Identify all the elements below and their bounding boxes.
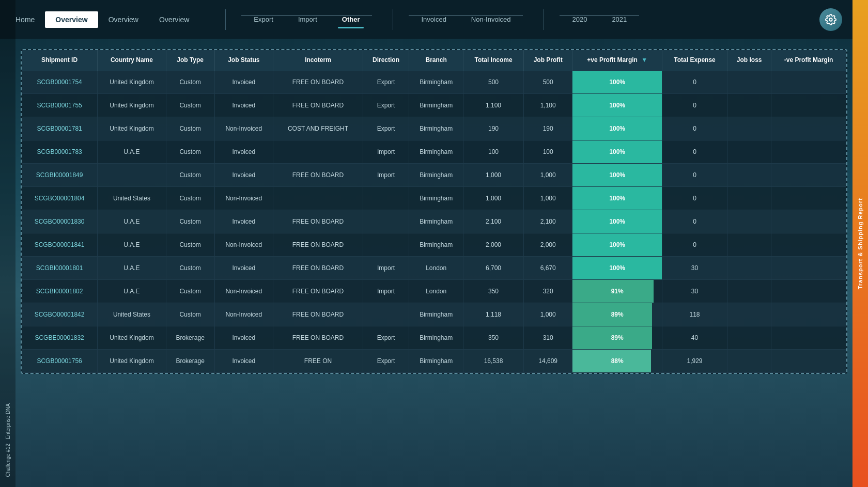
cell-country-name: United Kingdom [98, 117, 166, 140]
cell-profit-margin: 100% [572, 163, 662, 186]
cell-total-expense: 0 [662, 117, 727, 140]
cell-shipment-id: SCGBO00001804 [22, 186, 98, 210]
filter-invoiced[interactable]: Invoiced [409, 10, 458, 28]
cell-neg-profit-margin [771, 233, 846, 256]
nav-divider-1 [225, 9, 226, 30]
cell-shipment-id: SCGB00001754 [22, 71, 98, 94]
filter-non-invoiced[interactable]: Non-Invoiced [459, 10, 523, 28]
challenge-label: Challenge #12 [5, 444, 11, 477]
table-row: SCGB00001755 United Kingdom Custom Invoi… [22, 93, 846, 117]
col-direction: Direction [363, 50, 409, 71]
cell-total-expense: 0 [662, 163, 727, 186]
table-row: SCGBI00001801 U.A.E Custom Invoiced FREE… [22, 256, 846, 279]
cell-branch: Birmingham [409, 140, 463, 163]
tab-overview-2[interactable]: Overview [98, 11, 149, 28]
cell-country-name: United Kingdom [98, 71, 166, 94]
cell-neg-profit-margin [771, 117, 846, 140]
cell-country-name: U.A.E [98, 210, 166, 233]
cell-job-type: Custom [166, 117, 214, 140]
tab-overview-1[interactable]: Overview [45, 11, 98, 28]
cell-direction [363, 303, 409, 326]
cell-branch: Birmingham [409, 117, 463, 140]
cell-total-expense: 118 [662, 303, 727, 326]
cell-branch: London [409, 279, 463, 303]
tab-overview-3[interactable]: Overview [149, 11, 199, 28]
cell-country-name: United States [98, 303, 166, 326]
col-total-income: Total Income [463, 50, 524, 71]
cell-shipment-id: SCGB00001755 [22, 93, 98, 117]
cell-profit-margin: 100% [572, 93, 662, 117]
cell-shipment-id: SCGBI00001849 [22, 163, 98, 186]
cell-country-name: United Kingdom [98, 349, 166, 372]
cell-country-name: United Kingdom [98, 93, 166, 117]
cell-branch: Birmingham [409, 210, 463, 233]
col-job-profit: Job Profit [523, 50, 572, 71]
table-row: SCGBI00001802 U.A.E Custom Non-Invoiced … [22, 279, 846, 303]
profit-margin-value: 88% [611, 357, 624, 365]
profit-margin-value: 91% [611, 288, 624, 295]
cell-job-profit: 320 [523, 279, 572, 303]
cell-profit-margin: 100% [572, 256, 662, 279]
cell-incoterm: FREE ON BOARD [273, 210, 363, 233]
nav-settings-icon[interactable] [819, 8, 842, 31]
cell-job-status: Invoiced [214, 93, 273, 117]
profit-margin-value: 100% [609, 171, 625, 179]
cell-shipment-id: SCGBO00001841 [22, 233, 98, 256]
cell-total-expense: 0 [662, 186, 727, 210]
cell-neg-profit-margin [771, 71, 846, 94]
cell-incoterm: COST AND FREIGHT [273, 117, 363, 140]
cell-job-loss [727, 71, 771, 94]
filter-2021[interactable]: 2021 [599, 10, 639, 28]
filter-import[interactable]: Import [286, 10, 330, 28]
filter-export[interactable]: Export [241, 10, 286, 28]
cell-direction: Import [363, 140, 409, 163]
cell-job-type: Custom [166, 186, 214, 210]
cell-job-type: Custom [166, 256, 214, 279]
cell-branch: Birmingham [409, 93, 463, 117]
col-profit-margin[interactable]: +ve Profit Margin ▼ [572, 50, 662, 71]
cell-job-status: Non-Invoiced [214, 303, 273, 326]
cell-job-type: Brokerage [166, 349, 214, 372]
col-branch: Branch [409, 50, 463, 71]
cell-direction: Export [363, 71, 409, 94]
col-job-loss: Job loss [727, 50, 771, 71]
cell-job-status: Non-Invoiced [214, 279, 273, 303]
cell-job-type: Brokerage [166, 326, 214, 349]
profit-margin-value: 100% [609, 148, 625, 155]
profit-margin-value: 100% [609, 264, 625, 272]
cell-job-loss [727, 117, 771, 140]
filter-2020[interactable]: 2020 [560, 10, 599, 28]
cell-country-name: U.A.E [98, 140, 166, 163]
svg-point-0 [829, 18, 832, 21]
filter-other[interactable]: Other [330, 10, 373, 28]
table-row: SCGBO00001804 United States Custom Non-I… [22, 186, 846, 210]
table-row: SCGBE00001832 United Kingdom Brokerage I… [22, 326, 846, 349]
cell-total-expense: 40 [662, 326, 727, 349]
cell-profit-margin: 100% [572, 140, 662, 163]
cell-job-type: Custom [166, 71, 214, 94]
table-row: SCGB00001781 United Kingdom Custom Non-I… [22, 117, 846, 140]
cell-profit-margin: 100% [572, 71, 662, 94]
col-country-name: Country Name [98, 50, 166, 71]
cell-country-name: U.A.E [98, 233, 166, 256]
profit-margin-value: 100% [609, 125, 625, 132]
cell-neg-profit-margin [771, 349, 846, 372]
col-total-expense: Total Expense [662, 50, 727, 71]
invoice-filter-group: Invoiced Non-Invoiced [409, 10, 523, 28]
col-neg-profit-margin: -ve Profit Margin [771, 50, 846, 71]
cell-job-status: Invoiced [214, 163, 273, 186]
cell-total-expense: 0 [662, 140, 727, 163]
cell-neg-profit-margin [771, 93, 846, 117]
cell-profit-margin: 91% [572, 279, 662, 303]
cell-direction: Export [363, 117, 409, 140]
cell-job-status: Invoiced [214, 349, 273, 372]
cell-direction: Export [363, 326, 409, 349]
cell-branch: Birmingham [409, 349, 463, 372]
cell-job-loss [727, 210, 771, 233]
cell-shipment-id: SCGBO00001842 [22, 303, 98, 326]
table-scroll-wrapper[interactable]: Shipment ID Country Name Job Type Job St… [22, 50, 846, 373]
cell-total-income: 350 [463, 279, 524, 303]
cell-direction: Export [363, 93, 409, 117]
cell-total-income: 1,000 [463, 163, 524, 186]
cell-shipment-id: SCGBO00001830 [22, 210, 98, 233]
